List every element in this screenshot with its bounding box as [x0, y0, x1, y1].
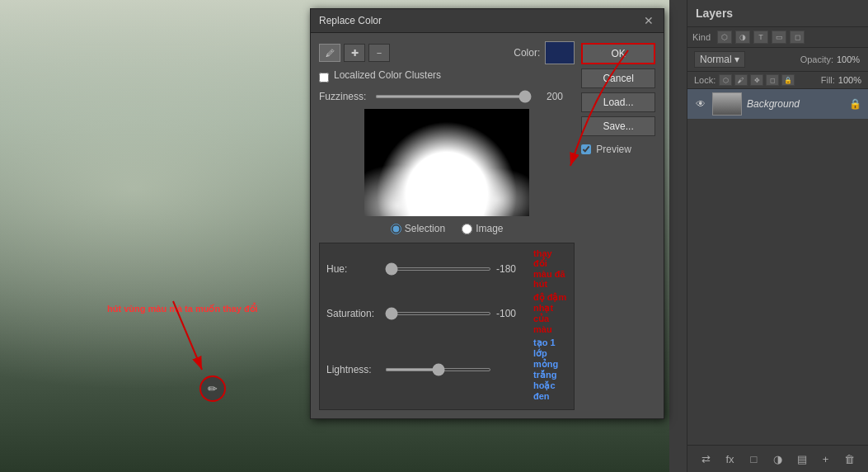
- dialog-body: 🖉 ✚ − Color:: [311, 33, 664, 418]
- eyedropper-subtract-button[interactable]: −: [368, 44, 390, 62]
- fill-section: Fill: 100%: [821, 75, 861, 85]
- layers-blend-opacity-row: Normal ▾ Opacity: 100%: [687, 48, 868, 72]
- load-button[interactable]: Load...: [581, 92, 655, 112]
- saturation-slider[interactable]: [385, 312, 491, 315]
- eyedropper-add-icon: ✚: [351, 48, 359, 59]
- saturation-row: Saturation: -100 độ đậm nhạt của màu: [326, 292, 567, 334]
- lightness-annotation: tạo 1 lớp mỏng trắng hoặc đen: [533, 337, 567, 401]
- localized-clusters-label: Localized Color Clusters: [334, 69, 441, 81]
- saturation-value: -100: [496, 308, 525, 319]
- lock-artboard-button[interactable]: ◻: [766, 74, 779, 86]
- dialog-close-button[interactable]: ✕: [642, 14, 655, 27]
- saturation-annotation: độ đậm nhạt của màu: [533, 292, 567, 334]
- layers-footer: ⇄ fx □ ◑ ▤ + 🗑: [687, 445, 868, 472]
- link-layers-button[interactable]: ⇄: [697, 451, 716, 467]
- image-radio-option[interactable]: Image: [462, 223, 503, 234]
- dialog-title: Replace Color: [319, 15, 382, 26]
- dialog-main-area: 🖉 ✚ − Color:: [319, 41, 655, 410]
- localized-clusters-row: Localized Color Clusters: [319, 69, 575, 86]
- new-layer-button[interactable]: +: [817, 451, 835, 467]
- replace-color-dialog: Replace Color ✕ 🖉 ✚ −: [310, 8, 664, 419]
- selection-radio[interactable]: [391, 224, 401, 234]
- preview-image-content: [364, 109, 529, 216]
- selection-label: Selection: [405, 223, 445, 234]
- dialog-right-panel: OK Cancel Load... Save... Preview: [581, 41, 655, 410]
- layers-title: Layers: [696, 7, 733, 20]
- add-fx-button[interactable]: fx: [721, 451, 739, 467]
- hsl-section: Hue: -180 thay đổi màu đã hút Saturation…: [319, 243, 575, 410]
- saturation-label: Saturation:: [326, 308, 380, 319]
- hue-value: -180: [496, 263, 525, 275]
- lock-icons-group: ⬡ 🖌 ✥ ◻ 🔒: [719, 74, 817, 86]
- ok-button[interactable]: OK: [581, 43, 655, 64]
- hue-row: Hue: -180 thay đổi màu đã hút: [326, 248, 567, 289]
- view-mode-radio-group: Selection Image: [319, 223, 575, 234]
- delete-layer-button[interactable]: 🗑: [841, 451, 859, 467]
- color-label: Color:: [514, 47, 540, 59]
- annotation-text: hút vùng màu mà ta muốn thay đổi: [107, 304, 258, 314]
- lightness-row: Lightness: tạo 1 lớp mỏng trắng hoặc đen: [326, 337, 567, 401]
- dialog-left-panel: 🖉 ✚ − Color:: [319, 41, 575, 410]
- fuzziness-value: 200: [538, 91, 563, 102]
- cancel-button[interactable]: Cancel: [581, 68, 655, 88]
- layer-visibility-icon[interactable]: 👁: [694, 97, 707, 111]
- lock-fill-row: Lock: ⬡ 🖌 ✥ ◻ 🔒 Fill: 100%: [687, 72, 868, 89]
- color-swatch[interactable]: [545, 41, 575, 64]
- eyedropper-tool-indicator: ✏: [199, 375, 226, 402]
- create-group-button[interactable]: ▤: [793, 451, 811, 467]
- layers-filter-bar: Kind ⬡ ◑ T ▭ ◻: [687, 27, 868, 48]
- create-adjustment-button[interactable]: ◑: [769, 451, 787, 467]
- image-label: Image: [476, 223, 503, 234]
- eyedropper-icon: ✏: [208, 382, 218, 395]
- dialog-titlebar: Replace Color ✕: [311, 9, 664, 33]
- filter-icons-group: ⬡ ◑ T ▭ ◻: [717, 31, 805, 44]
- save-button[interactable]: Save...: [581, 116, 655, 136]
- color-preview-image: [364, 109, 529, 216]
- localized-clusters-checkbox[interactable]: [319, 73, 329, 83]
- lock-position-button[interactable]: ✥: [750, 74, 763, 86]
- fuzziness-slider[interactable]: [375, 95, 532, 98]
- blend-mode-selector[interactable]: Normal ▾: [694, 51, 745, 68]
- filter-pixel-icon[interactable]: ⬡: [717, 31, 732, 44]
- eyedropper-subtract-icon: −: [377, 48, 382, 58]
- filter-adjustment-icon[interactable]: ◑: [735, 31, 750, 44]
- opacity-value: 100%: [837, 54, 861, 64]
- filter-shape-icon[interactable]: ▭: [772, 31, 786, 44]
- add-mask-button[interactable]: □: [745, 451, 763, 467]
- fuzziness-label: Fuzziness:: [319, 91, 368, 102]
- filter-smart-icon[interactable]: ◻: [790, 31, 805, 44]
- fill-label: Fill:: [821, 75, 835, 85]
- opacity-label: Opacity:: [800, 54, 833, 64]
- opacity-section: Opacity: 100%: [800, 54, 861, 64]
- filter-type-icon[interactable]: T: [753, 31, 768, 44]
- lightness-slider[interactable]: [385, 368, 491, 371]
- selection-radio-option[interactable]: Selection: [391, 223, 445, 234]
- eyedropper-normal-button[interactable]: 🖉: [319, 44, 340, 62]
- preview-checkbox[interactable]: [581, 144, 591, 154]
- layers-panel: Layers Kind ⬡ ◑ T ▭ ◻ Normal ▾ Opacity: …: [687, 0, 868, 472]
- layer-thumbnail: [712, 92, 742, 116]
- lock-all-button[interactable]: 🔒: [781, 74, 795, 86]
- image-radio[interactable]: [462, 224, 472, 234]
- eyedropper-add-button[interactable]: ✚: [344, 44, 365, 62]
- eyedropper-tools: 🖉 ✚ −: [319, 44, 390, 62]
- hue-annotation: thay đổi màu đã hút: [533, 248, 567, 289]
- layers-header: Layers: [687, 0, 868, 27]
- hue-slider[interactable]: [385, 267, 491, 271]
- layer-name-label: Background: [747, 98, 844, 110]
- preview-label: Preview: [596, 144, 631, 155]
- fuzziness-row: Fuzziness: 200: [319, 91, 575, 102]
- blend-mode-chevron: ▾: [734, 54, 739, 65]
- layer-lock-icon: 🔒: [849, 98, 861, 110]
- blend-mode-label: Normal: [700, 54, 732, 65]
- layer-item-background[interactable]: 👁 Background 🔒: [687, 89, 868, 120]
- lightness-label: Lightness:: [326, 364, 380, 375]
- fill-value: 100%: [838, 75, 861, 85]
- hue-label: Hue:: [326, 263, 380, 275]
- lock-image-button[interactable]: 🖌: [734, 74, 748, 86]
- kind-label: Kind: [692, 32, 711, 42]
- preview-checkbox-row: Preview: [581, 144, 655, 155]
- layers-empty-space: [687, 120, 868, 445]
- eyedropper-normal-icon: 🖉: [326, 48, 335, 58]
- lock-transparent-button[interactable]: ⬡: [719, 74, 732, 86]
